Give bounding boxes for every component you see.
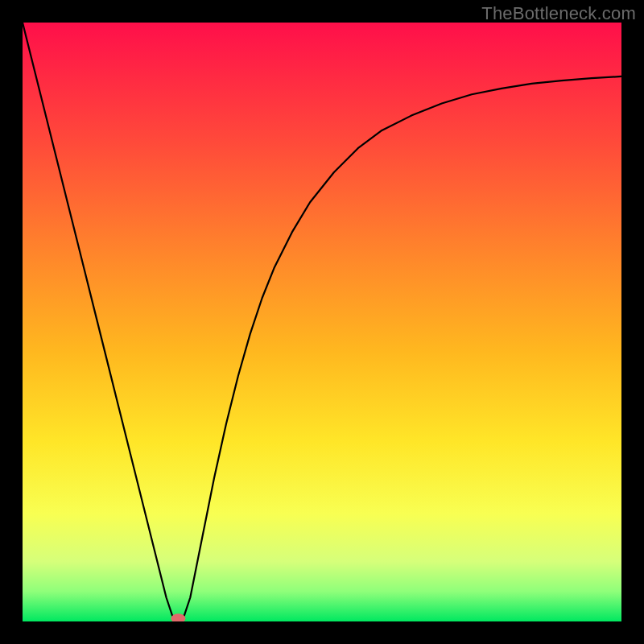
watermark-text: TheBottleneck.com	[481, 3, 636, 24]
chart-frame	[23, 23, 621, 621]
bottleneck-plot	[23, 23, 621, 621]
gradient-background	[23, 23, 621, 621]
